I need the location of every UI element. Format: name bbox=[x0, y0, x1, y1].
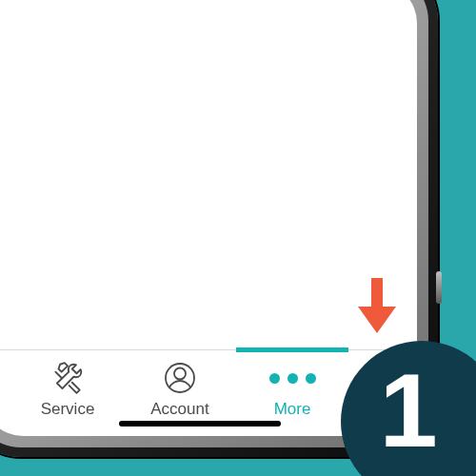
tab-label: More bbox=[274, 400, 311, 419]
tab-item-account[interactable]: Account bbox=[124, 350, 236, 419]
app-content-area bbox=[0, 0, 417, 349]
active-indicator bbox=[236, 347, 348, 352]
svg-point-1 bbox=[174, 368, 186, 380]
tab-item-more[interactable]: More bbox=[236, 350, 348, 419]
more-dots-icon bbox=[269, 360, 316, 396]
user-icon bbox=[163, 360, 197, 396]
phone-screen: Service Account bbox=[0, 0, 417, 436]
tab-item-partial[interactable] bbox=[0, 350, 11, 400]
home-indicator bbox=[119, 421, 281, 426]
step-number: 1 bbox=[379, 358, 437, 463]
phone-side-button bbox=[436, 271, 442, 304]
tools-icon bbox=[50, 360, 86, 396]
tab-item-service[interactable]: Service bbox=[11, 350, 124, 419]
tab-label: Service bbox=[41, 400, 95, 419]
tutorial-slide: Service Account bbox=[0, 0, 476, 476]
tab-label: Account bbox=[150, 400, 208, 419]
